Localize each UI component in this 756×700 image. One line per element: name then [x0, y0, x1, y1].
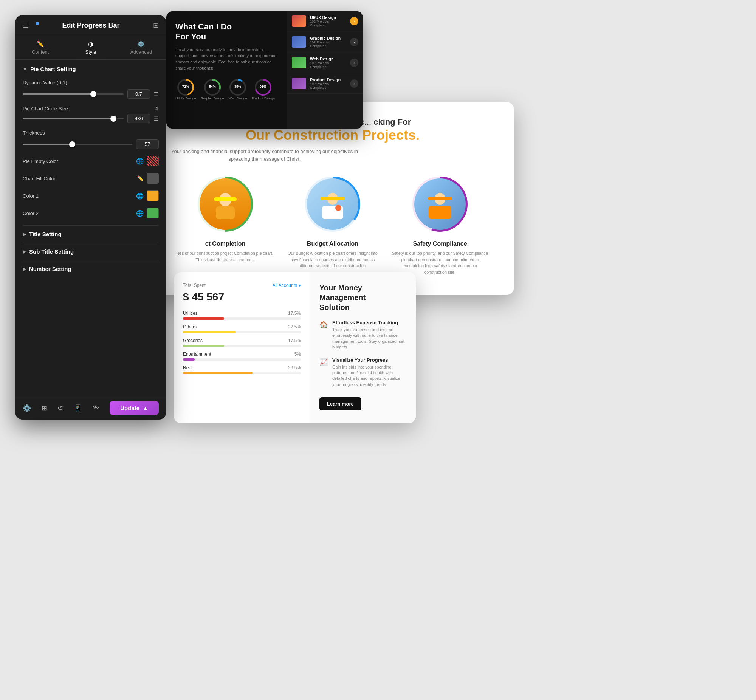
pie-empty-color-swatch[interactable] [147, 156, 159, 166]
svg-rect-21 [320, 197, 345, 200]
services-right-panel: UI/UX Design 102 Projects Completed › Gr… [287, 11, 363, 128]
color1-controls: 🌐 [136, 191, 159, 201]
thickness-input[interactable]: 57 [136, 139, 159, 149]
title-setting-header[interactable]: ▶ Title Setting [23, 231, 159, 238]
advanced-tab-label: Advanced [130, 49, 152, 55]
layers-icon[interactable]: ⊞ [42, 404, 47, 412]
service-product-arrow-icon[interactable]: › [350, 80, 358, 88]
svg-text:72%: 72% [182, 85, 189, 88]
grid-icon[interactable]: ⊞ [153, 21, 159, 30]
title-setting-section: ▶ Title Setting [23, 225, 159, 243]
budget-card-desc: Our Budget Allocation pie chart offers i… [283, 250, 382, 269]
color2-field: Color 2 🌐 [23, 208, 159, 219]
update-button[interactable]: Update ▲ [109, 401, 159, 415]
dynamic-value-input[interactable]: 0.7 [127, 89, 150, 98]
money-amount: $ 45 567 [183, 291, 301, 303]
service-uiux-name: UI/UX Design [310, 15, 346, 20]
subtitle-setting-header[interactable]: ▶ Sub Title Setting [23, 248, 159, 255]
preview-icon[interactable]: 👁 [93, 404, 99, 412]
pie-empty-color-globe-icon[interactable]: 🌐 [136, 158, 144, 165]
color2-globe-icon[interactable]: 🌐 [136, 210, 144, 217]
bar-rent-track [183, 372, 301, 374]
service-uiux-thumb [292, 16, 306, 27]
circle-size-input[interactable]: 486 [127, 114, 150, 123]
panel-tabs: ✏️ Content ◑ Style ⚙️ Advanced [15, 36, 166, 60]
stat-product-circle: 95% [254, 78, 272, 96]
services-card: What Can I DoFor You I'm at your service… [166, 11, 363, 128]
panel-footer: ⚙️ ⊞ ↺ 📱 👁 Update ▲ [15, 396, 166, 420]
pie-chart-section-header[interactable]: ▼ Pie Chart Setting [23, 66, 159, 72]
chart-fill-pencil-icon[interactable]: ✏️ [137, 175, 144, 181]
bar-groceries-pct: 17.5% [288, 338, 301, 343]
safety-card-title: Safety Compliance [391, 241, 489, 247]
bar-rent-fill [183, 372, 253, 374]
service-product[interactable]: Product Design 102 Projects Completed › [287, 74, 363, 94]
color1-swatch[interactable] [147, 191, 159, 201]
service-graphic-name: Graphic Design [310, 36, 346, 41]
blue-dot-indicator [36, 22, 39, 25]
service-graphic[interactable]: Graphic Design 102 Projects Completed › [287, 32, 363, 52]
chart-fill-color-swatch[interactable] [147, 173, 159, 184]
dynamic-value-fill [23, 93, 94, 95]
circle-size-fill [23, 118, 113, 119]
construction-pie-cards: ct Completion ess of our construction pr… [170, 174, 495, 275]
bar-groceries-label: Groceries [183, 338, 203, 343]
pie-card-budget: Budget Allocation Our Budget Allocation … [283, 174, 382, 275]
learn-more-button[interactable]: Learn more [319, 397, 361, 411]
tab-content[interactable]: ✏️ Content [15, 36, 66, 59]
tab-advanced[interactable]: ⚙️ Advanced [116, 36, 166, 59]
dynamic-value-thumb[interactable] [91, 91, 96, 97]
feature-expense-text: Effortless Expense Tracking Track your e… [332, 320, 407, 350]
color2-controls: 🌐 [136, 208, 159, 219]
service-web-thumb [292, 57, 306, 69]
pie-card-safety: Safety Compliance Safety is our top prio… [391, 174, 489, 275]
dynamic-value-track[interactable] [23, 93, 123, 95]
thickness-track[interactable] [23, 144, 132, 145]
visualize-icon: 📈 [319, 358, 328, 366]
construction-description: Your backing and financial support profo… [170, 148, 359, 162]
section-arrow-icon: ▼ [23, 67, 27, 72]
bar-entertainment-fill [183, 358, 195, 361]
color1-globe-icon[interactable]: 🌐 [136, 192, 144, 200]
money-left-panel: Total Spent All Accounts ▾ $ 45 567 Util… [174, 272, 310, 423]
service-web[interactable]: Web Design 102 Projects Completed › [287, 53, 363, 73]
bar-entertainment-label: Entertainment [183, 352, 211, 357]
dynamic-value-field: Dynamic Value (0-1) 0.7 ☰ [23, 80, 159, 98]
money-accounts[interactable]: All Accounts ▾ [273, 283, 301, 288]
responsive-icon[interactable]: 📱 [74, 404, 82, 412]
feature-expense-desc: Track your expenses and income effortles… [332, 327, 407, 350]
hamburger-icon[interactable]: ☰ [23, 21, 29, 30]
thickness-field: Thickness 57 [23, 130, 159, 149]
history-icon[interactable]: ↺ [58, 404, 63, 412]
dynamic-value-reset-icon[interactable]: ☰ [154, 91, 159, 97]
svg-rect-15 [216, 206, 235, 219]
advanced-tab-icon: ⚙️ [137, 41, 145, 48]
service-product-info: Product Design 102 Projects Completed [310, 78, 346, 89]
service-uiux[interactable]: UI/UX Design 102 Projects Completed › [287, 11, 363, 31]
circle-size-track[interactable] [23, 118, 123, 119]
feature-visualize-text: Visualize Your Progress Gain insights in… [332, 357, 407, 388]
color1-field: Color 1 🌐 [23, 191, 159, 201]
pie-empty-color-label: Pie Empty Color [23, 158, 76, 164]
service-graphic-arrow-icon[interactable]: › [350, 38, 358, 46]
service-web-arrow-icon[interactable]: › [350, 59, 358, 67]
thickness-label: Thickness [23, 130, 159, 136]
pie-card-completion: ct Completion ess of our construction pr… [176, 174, 275, 275]
number-setting-header[interactable]: ▶ Number Setting [23, 266, 159, 272]
feature-visualize-title: Visualize Your Progress [332, 357, 407, 363]
feature-expense-title: Effortless Expense Tracking [332, 320, 407, 325]
thickness-thumb[interactable] [69, 141, 75, 147]
circle-size-reset-icon[interactable]: ☰ [154, 116, 159, 122]
service-web-projects: 102 Projects Completed [310, 61, 346, 69]
circle-size-thumb[interactable] [110, 116, 116, 122]
worker1-silhouette [210, 189, 241, 219]
service-product-thumb [292, 78, 306, 89]
color2-swatch[interactable] [147, 208, 159, 219]
service-uiux-arrow-icon[interactable]: › [350, 17, 358, 25]
tab-style[interactable]: ◑ Style [66, 36, 116, 59]
completion-card-title: ct Completion [176, 241, 275, 247]
stat-web-label: Web Design [229, 96, 247, 100]
number-collapse-icon: ▶ [23, 266, 26, 272]
subtitle-setting-label: Sub Title Setting [29, 248, 74, 255]
settings-icon[interactable]: ⚙️ [23, 404, 31, 412]
